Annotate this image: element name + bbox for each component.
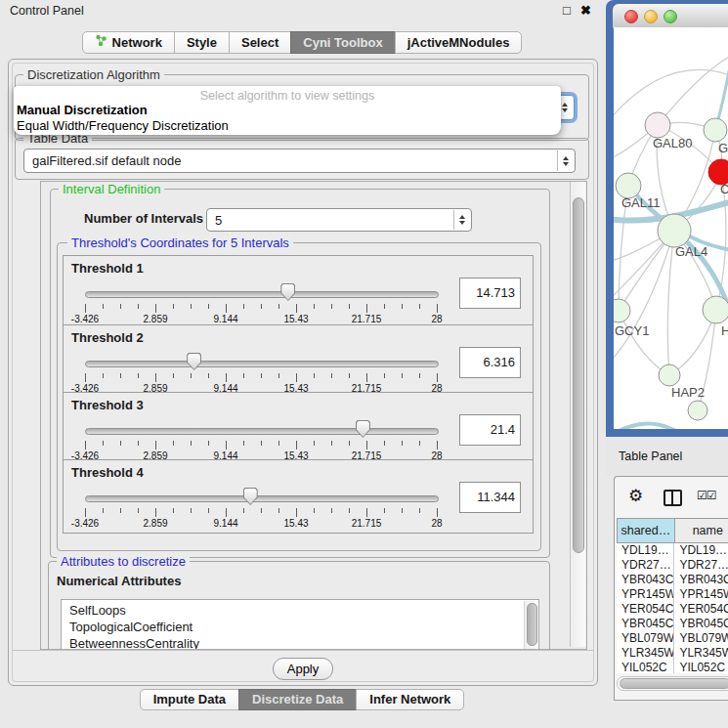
network-edge[interactable] <box>614 423 692 429</box>
dropdown-item-equal-width-frequency-discretization[interactable]: Equal Width/Frequency Discretization <box>14 118 561 134</box>
slider-ticks <box>85 508 437 517</box>
network-node-ga[interactable] <box>704 118 727 142</box>
threshold-value-field[interactable]: 11.344 <box>459 482 521 513</box>
settings-scrollbar-thumb[interactable] <box>573 197 584 553</box>
table-cell: YLR345W <box>617 646 674 661</box>
bottom-tab-bar: Impute DataDiscretize DataInfer Network <box>0 689 604 710</box>
slider-handle[interactable] <box>280 283 295 301</box>
table-cell: YDL19… <box>617 543 674 558</box>
dropdown-prompt-item[interactable]: Select algorithm to view settings <box>14 86 561 103</box>
tick-mark <box>226 304 227 313</box>
close-traffic-light-icon[interactable] <box>624 10 638 23</box>
table-data-select[interactable]: galFiltered.sif default node <box>23 149 576 173</box>
tab-cyni-toolbox[interactable]: Cyni Toolbox <box>290 31 395 54</box>
tick-mark <box>366 441 367 450</box>
network-edge[interactable] <box>619 311 669 375</box>
tab-network[interactable]: Network <box>82 31 175 54</box>
attributes-scrollbar[interactable] <box>524 601 537 650</box>
attribute-item[interactable]: BetweennessCentrality <box>62 635 538 650</box>
table-row[interactable]: YBL079WYBL079W <box>617 631 728 646</box>
table-row[interactable]: YDR27…YDR27… <box>617 558 728 573</box>
table-cell: YBR043C <box>617 573 674 587</box>
table-cell: YDL19… <box>674 543 728 558</box>
network-canvas[interactable]: GAL80GACGAL11GAL4GCY1HHAP2 <box>614 27 728 429</box>
tick-mark <box>437 441 438 450</box>
attribute-item[interactable]: TopologicalCoefficient <box>62 619 538 635</box>
slider-track[interactable] <box>85 495 439 502</box>
tab-jactivemnodules[interactable]: jActiveMNodules <box>395 31 523 54</box>
threshold-label: Threshold 1 <box>71 261 144 276</box>
threshold-value-field[interactable]: 6.316 <box>459 347 521 378</box>
tick-label: 2.859 <box>143 314 167 324</box>
threshold-value-field[interactable]: 21.4 <box>459 414 521 446</box>
network-edge[interactable] <box>614 69 728 120</box>
network-edge[interactable] <box>658 55 728 125</box>
slider-track[interactable] <box>85 361 439 367</box>
network-edge[interactable] <box>667 231 674 375</box>
network-node[interactable] <box>688 401 707 420</box>
network-node-label: GAL4 <box>675 244 707 259</box>
table-row[interactable]: YPR145WYPR145W <box>617 587 728 602</box>
network-node-gcy1[interactable] <box>614 299 630 322</box>
table-row[interactable]: YER054CYER054C <box>617 602 728 617</box>
table-hscrollbar-thumb[interactable] <box>620 678 728 689</box>
slider-track[interactable] <box>85 428 439 435</box>
close-icon[interactable]: ✖ <box>580 3 591 18</box>
number-of-intervals-select[interactable]: 5 <box>206 208 472 232</box>
table-row[interactable]: YIL052CYIL052C <box>617 661 728 673</box>
threshold-value-field[interactable]: 14.713 <box>459 278 521 309</box>
slider-track[interactable] <box>85 291 439 298</box>
tab-style[interactable]: Style <box>174 31 230 54</box>
table-row[interactable]: YBR043CYBR043C <box>617 573 728 587</box>
table-hscrollbar[interactable] <box>617 676 728 691</box>
table-cell: YBL079W <box>674 631 728 646</box>
tick-mark <box>349 441 350 446</box>
tick-mark <box>208 508 209 513</box>
network-node-h[interactable] <box>703 296 728 323</box>
tick-label: 9.144 <box>213 518 237 529</box>
gear-icon[interactable]: ⚙ <box>628 486 643 506</box>
numerical-attributes-label: Numerical Attributes <box>57 574 181 588</box>
group-interval-definition: Interval Definition Number of Intervals … <box>50 189 550 558</box>
tab-label: Select <box>241 32 278 53</box>
table-column-header-name[interactable]: name <box>674 518 728 543</box>
tick-mark <box>349 304 350 309</box>
apply-button[interactable]: Apply <box>273 658 333 680</box>
tab-select[interactable]: Select <box>229 31 291 54</box>
minimize-traffic-light-icon[interactable] <box>644 10 658 23</box>
tick-mark <box>155 373 156 382</box>
settings-scrollbar[interactable] <box>570 182 585 647</box>
slider-handle[interactable] <box>356 420 370 438</box>
select-columns-icon[interactable]: ☑☑ <box>697 489 716 502</box>
top-tab-bar: NetworkStyleSelectCyni ToolboxjActiveMNo… <box>0 31 604 54</box>
numerical-attributes-list[interactable]: SelfLoopsTopologicalCoefficientBetweenne… <box>61 599 539 650</box>
tick-mark <box>85 373 86 382</box>
table-row[interactable]: YBR045CYBR045C <box>617 617 728 631</box>
slider-rail: -3.4262.8599.14415.4321.71528 <box>85 349 437 392</box>
threshold-panel: Threshold 1-3.4262.8599.14415.4321.71528… <box>63 255 534 325</box>
network-window-titlebar[interactable] <box>613 4 728 28</box>
tick-mark <box>384 304 385 309</box>
table-row[interactable]: YDL19…YDL19… <box>617 543 728 558</box>
network-node-gal4[interactable] <box>658 214 691 247</box>
zoom-traffic-light-icon[interactable] <box>664 10 677 23</box>
network-graph[interactable]: GAL80GACGAL11GAL4GCY1HHAP2 <box>614 27 728 429</box>
slider-handle[interactable] <box>187 353 201 370</box>
table-column-header-shared[interactable]: shared… <box>617 518 675 543</box>
column-layout-icon[interactable] <box>664 490 682 506</box>
algorithm-dropdown-popup: Select algorithm to view settings Manual… <box>14 86 561 135</box>
slider-handle[interactable] <box>243 488 258 505</box>
tab-infer-network[interactable]: Infer Network <box>356 689 464 710</box>
table-cell: YBR045C <box>617 617 674 631</box>
table-row[interactable]: YLR345WYLR345W <box>617 646 728 661</box>
float-window-icon[interactable]: □ <box>563 3 571 18</box>
attribute-item[interactable]: SelfLoops <box>62 602 538 619</box>
tab-discretize-data[interactable]: Discretize Data <box>238 689 357 710</box>
dropdown-item-manual-discretization[interactable]: Manual Discretization <box>14 103 561 118</box>
table-panel: ⚙ ☑☑ shared…name YDL19…YDL19…YDR27…YDR27… <box>614 476 728 701</box>
network-node-gal80[interactable] <box>645 112 670 138</box>
tab-impute-data[interactable]: Impute Data <box>140 689 239 710</box>
network-node-hap2[interactable] <box>659 364 680 386</box>
attributes-scrollbar-thumb[interactable] <box>527 603 537 646</box>
network-edge[interactable] <box>614 231 674 364</box>
